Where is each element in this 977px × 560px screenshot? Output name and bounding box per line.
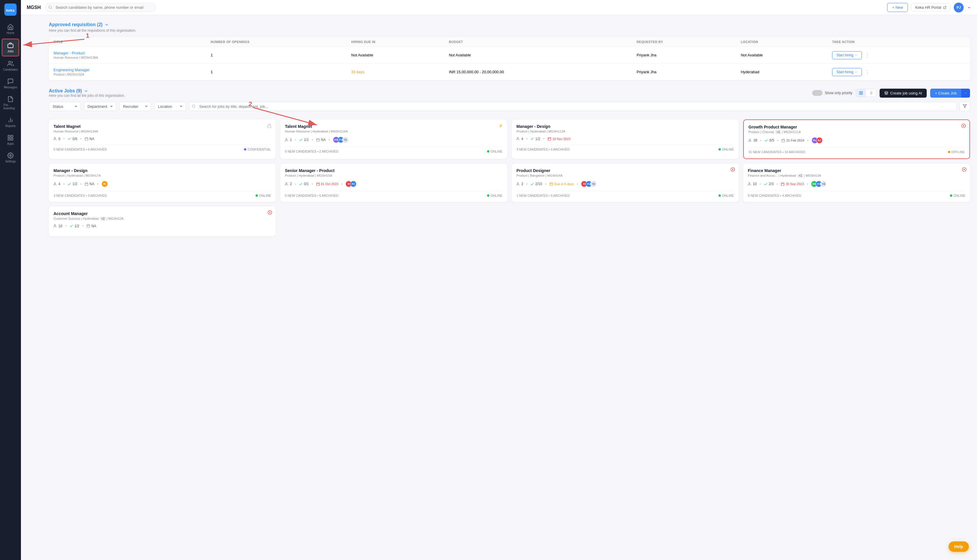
sidebar-item-settings[interactable]: Settings [2, 149, 19, 166]
req-location: Hyderabad [736, 63, 828, 80]
svg-line-13 [51, 8, 52, 9]
keka-portal-button[interactable]: Keka HR Portal [911, 3, 950, 12]
action-menu-button[interactable]: ⋮ [863, 69, 872, 75]
fire-icon: ⚡ [498, 123, 503, 128]
chevron-down-icon [84, 88, 89, 93]
extra-avatars: +2 [590, 181, 597, 187]
req-job-title[interactable]: Manager - Product [53, 51, 201, 55]
job-card-2[interactable]: ⚡ Talent Magnet Human Resource | Hyderab… [280, 120, 507, 159]
list-view-button[interactable] [866, 89, 876, 97]
job-sub: Human Resource | MGSH134A [53, 130, 271, 133]
active-jobs-title[interactable]: Active Jobs (9) [49, 88, 125, 93]
avatar-group: HS PJ +1 [333, 137, 349, 143]
job-card-4[interactable]: Growth Product Manager Product | Chennai… [743, 120, 970, 159]
req-requested-by: Priyank Jha [632, 47, 736, 63]
job-status: ONLINE [950, 194, 965, 197]
job-card-6[interactable]: Senior Manager - Product Product | Hyder… [280, 163, 507, 202]
svg-point-34 [286, 138, 287, 140]
help-button[interactable]: Help [949, 542, 969, 552]
job-sub: Product | Hyderabad | MGSH17A [53, 174, 271, 177]
new-button[interactable]: + New [887, 3, 908, 12]
job-title: Talent Magnet [285, 124, 503, 129]
req-hiring-due: 33 days [351, 70, 365, 74]
req-job-title[interactable]: Engineering Manager [53, 68, 201, 72]
advanced-filter-button[interactable] [960, 102, 970, 111]
sidebar-item-candidates[interactable]: Candidates [2, 58, 19, 74]
col-requested-by: REQUESTED BY [632, 37, 736, 47]
svg-rect-53 [85, 183, 88, 186]
job-stats: 2 • 2/10 • Due in 6 days • R PJ +2 [516, 181, 734, 187]
job-stats: 0 • 0/6 • NA [53, 137, 271, 141]
stat-approved: 2/10 [530, 182, 542, 186]
filter-bar: Status Department Recruiter Location [49, 99, 970, 114]
job-card-footer: 8 NEW CANDIDATES • 4 ARCHIVED ONLINE [748, 191, 965, 197]
jobs-grid: Talent Magnet Human Resource | MGSH134A … [49, 120, 970, 202]
stat-applicants: 4 [53, 182, 60, 186]
show-priority-toggle[interactable] [812, 90, 823, 96]
job-card-3[interactable]: Manager - Design Product | Hyderabad | M… [512, 120, 738, 159]
sidebar-item-jobs[interactable]: Jobs [2, 38, 19, 57]
recruiter-avatar: SJ [816, 137, 823, 143]
job-card-8[interactable]: Finance Manager Finance and Accou... | H… [743, 163, 970, 202]
stat-date: 01 Oct 2023 [316, 182, 339, 186]
job-card-5[interactable]: Manager - Design Product | Hyderabad | M… [49, 163, 276, 202]
job-card-footer: 31 NEW CANDIDATES • 10 ARCHIVED OFFLINE [748, 147, 965, 154]
col-budget: BUDGET [444, 37, 632, 47]
job-card-footer: 0 NEW CANDIDATES • 5 ARCHIVED ONLINE [285, 191, 503, 197]
req-job-sub: Product | MGSH132A [53, 73, 201, 76]
job-stats: 2 • 0/1 • 01 Oct 2023 • R PJ [285, 181, 503, 187]
start-hiring-button[interactable]: Start hiring [832, 51, 862, 59]
jobs-search-input[interactable] [189, 102, 957, 111]
svg-marker-27 [963, 105, 967, 108]
svg-rect-30 [85, 137, 88, 140]
svg-rect-18 [862, 93, 863, 95]
svg-rect-66 [550, 183, 553, 186]
req-hiring-due: Not Available [347, 47, 444, 63]
header: MGSH + New Keka HR Portal PJ [21, 0, 977, 15]
create-job-dropdown-button[interactable] [961, 88, 970, 98]
job-card-9[interactable]: Account Manager Customer Success | Hyder… [49, 207, 276, 236]
avatar[interactable]: PJ [954, 3, 964, 12]
priority-toggle-wrap: Show only priority [812, 90, 853, 96]
requisition-title[interactable]: Approved requisition (2) [49, 22, 109, 27]
job-stats: 4 • 1/2 • NA • RI [53, 181, 271, 187]
job-card-footer: 0 NEW CANDIDATES • 0 ARCHIVED CONFIDENTI… [53, 145, 271, 151]
sidebar-item-home[interactable]: Home [2, 21, 19, 37]
create-job-button[interactable]: + Create Job [930, 88, 961, 98]
chevron-down-icon[interactable] [967, 5, 971, 10]
stat-applicants: 38 [748, 138, 757, 142]
status-filter[interactable]: Status [49, 102, 81, 111]
sidebar-item-reports[interactable]: Reports [2, 114, 19, 130]
jobs-row-3: Account Manager Customer Success | Hyder… [49, 207, 970, 236]
start-hiring-button[interactable]: Start hiring [832, 68, 862, 76]
lock-icon [267, 123, 272, 129]
job-card-1[interactable]: Talent Magnet Human Resource | MGSH134A … [49, 120, 276, 159]
action-menu-button[interactable]: ⋮ [863, 52, 872, 58]
col-hiring-due: HIRING DUE IN [347, 37, 444, 47]
search-input[interactable] [45, 3, 156, 12]
job-stats: 1 • 1/1 • NA • HS PJ +1 [285, 137, 503, 143]
svg-line-26 [195, 107, 195, 108]
svg-point-39 [517, 137, 518, 138]
svg-point-12 [49, 5, 52, 8]
svg-rect-40 [548, 137, 551, 140]
close-icon [962, 167, 967, 173]
col-openings: NUMBER OF OPENINGS [206, 37, 346, 47]
avatar-group: PL SJ [812, 137, 823, 143]
grid-view-button[interactable] [856, 89, 866, 97]
job-card-footer: 1 NEW CANDIDATES • 0 ARCHIVED ONLINE [516, 191, 734, 197]
location-filter[interactable]: Location [154, 102, 186, 111]
create-ai-button[interactable]: Create job using AI [880, 88, 927, 98]
stat-approved: 2/3 [764, 182, 774, 186]
sidebar-item-preboarding[interactable]: Pre-boarding [2, 93, 19, 113]
sidebar-item-apps[interactable]: Apps [2, 132, 19, 148]
app-logo[interactable]: keka [4, 3, 17, 16]
department-filter[interactable]: Department [84, 102, 116, 111]
candidates-count: 0 NEW CANDIDATES • 0 ARCHIVED [53, 148, 107, 151]
sidebar-item-messages[interactable]: Messages [2, 75, 19, 92]
svg-rect-15 [860, 92, 861, 93]
req-requested-by: Priyank Jha [632, 63, 736, 80]
job-card-7[interactable]: Product Designer Product | Bangalore | M… [512, 163, 738, 202]
job-title: Senior Manager - Product [285, 168, 503, 173]
recruiter-filter[interactable]: Recruiter [119, 102, 151, 111]
